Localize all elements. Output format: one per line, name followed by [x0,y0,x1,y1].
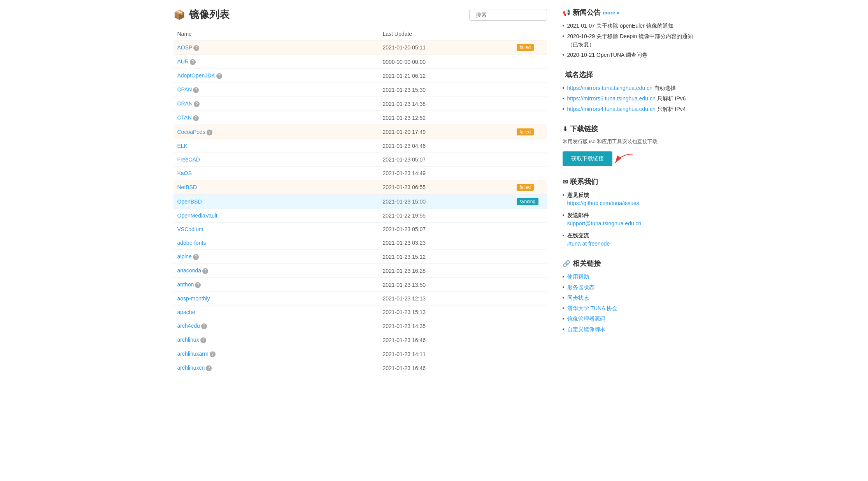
mirror-link[interactable]: NetBSD [177,184,197,190]
mirror-status-cell [510,250,547,264]
mirror-link[interactable]: AOSP [177,44,193,51]
mirror-link[interactable]: AdoptOpenJDK [177,72,215,79]
mirror-status-cell [510,278,547,292]
news-more-link[interactable]: more » [603,10,620,16]
sidebar: 📢 新闻公告 more » 2021-01-07 关于移除 openEuler … [563,8,695,375]
col-name-header: Name [174,28,379,40]
mirror-status-cell [510,209,547,223]
related-link[interactable]: 镜像管理器源码 [567,316,605,322]
mirror-last-update: 2021-01-23 15:13 [379,305,510,319]
mirror-last-update: 2021-01-23 12:52 [379,111,510,125]
col-update-header: Last Update [379,28,510,40]
help-icon[interactable]: ? [202,268,208,274]
table-row: OpenMediaVault2021-01-22 19:55 [174,209,547,223]
mirror-link[interactable]: CPAN [177,86,192,93]
related-list: 使用帮助服务器状态同步状态清华大学 TUNA 协会镜像管理器源码自定义镜像脚本 [563,273,695,334]
contact-item: 在线交流#tuna at freenode [563,232,695,248]
domain-link[interactable]: https://mirrors4.tuna.tsinghua.edu.cn [567,106,656,112]
mirror-status-cell [510,319,547,333]
domain-link[interactable]: https://mirrors6.tuna.tsinghua.edu.cn [567,95,656,102]
mirror-link[interactable]: FreeCAD [177,156,200,163]
mirror-link[interactable]: apache [177,309,195,315]
help-icon[interactable]: ? [207,130,212,135]
mirror-link[interactable]: VSCodium [177,226,203,232]
contact-list-item: 在线交流#tuna at freenode [563,232,695,248]
mirror-last-update: 2021-01-23 15:00 [379,195,510,209]
help-icon[interactable]: ? [210,351,216,357]
mirror-link[interactable]: KaOS [177,170,192,176]
domain-label: 只解析 IPv6 [656,95,686,102]
mirror-link[interactable]: archlinuxarm [177,351,209,357]
help-icon[interactable]: ? [193,115,199,121]
mirror-link[interactable]: adobe-fonts [177,240,206,246]
download-btn[interactable]: 获取下载链接 [563,151,612,166]
contact-label: 发送邮件 [567,212,589,218]
domain-item: https://mirrors6.tuna.tsinghua.edu.cn 只解… [563,95,695,103]
table-row: AOSP?2021-01-20 05:11failed [174,40,547,55]
contact-link[interactable]: #tuna at freenode [567,240,610,247]
help-icon[interactable]: ? [216,73,222,79]
table-row: CPAN?2021-01-23 15:30 [174,83,547,97]
download-icon: ⬇ [563,125,568,133]
mirror-name-cell: CRAN? [174,97,379,111]
mirror-name-cell: AUR? [174,55,379,69]
mirror-link[interactable]: anaconda [177,267,202,274]
table-row: ELK2021-01-23 04:46 [174,139,547,153]
cube-icon: 📦 [174,9,185,20]
domain-link[interactable]: https://mirrors.tuna.tsinghua.edu.cn [567,85,652,91]
mirror-status-cell [510,333,547,347]
help-icon[interactable]: ? [193,87,199,93]
mirror-link[interactable]: CTAN [177,114,192,121]
mirror-link[interactable]: archlinuxcn [177,365,205,371]
news-section: 📢 新闻公告 more » 2021-01-07 关于移除 openEuler … [563,8,695,59]
mirror-last-update: 2021-01-23 03:23 [379,236,510,250]
table-row: apache2021-01-23 15:13 [174,305,547,319]
mirror-status-cell [510,139,547,153]
mirror-last-update: 2021-01-23 05:07 [379,153,510,167]
mirror-link[interactable]: arch4edu [177,323,200,329]
help-icon[interactable]: ? [194,101,200,107]
help-icon[interactable]: ? [200,337,206,343]
related-title: 🔗 相关链接 [563,259,695,268]
mirror-link[interactable]: OpenBSD [177,198,202,205]
mirror-last-update: 2021-01-20 17:49 [379,125,510,139]
help-icon[interactable]: ? [193,45,199,51]
mirror-link[interactable]: anthon [177,281,194,288]
mirror-link[interactable]: OpenMediaVault [177,212,217,219]
contact-link[interactable]: https://github.com/tuna/issues [567,200,639,206]
mirror-link[interactable]: aosp-monthly [177,295,210,302]
help-icon[interactable]: ? [195,282,201,288]
table-row: anthon?2021-01-23 13:50 [174,278,547,292]
related-item: 同步状态 [563,294,695,302]
search-input[interactable] [469,9,547,21]
related-link[interactable]: 同步状态 [567,295,589,301]
title-area: 📦 镜像列表 [174,8,230,21]
help-icon[interactable]: ? [193,254,199,260]
help-icon[interactable]: ? [201,323,207,329]
mirror-name-cell: archlinuxcn? [174,361,379,375]
table-row: NetBSD2021-01-23 06:55failed [174,180,547,195]
mirror-last-update: 2021-01-23 13:50 [379,278,510,292]
related-item: 自定义镜像脚本 [563,325,695,334]
contact-link[interactable]: support@tuna.tsinghua.edu.cn [567,220,642,226]
mirror-link[interactable]: archlinux [177,337,199,343]
help-icon[interactable]: ? [190,59,196,65]
related-link[interactable]: 自定义镜像脚本 [567,326,605,332]
news-title: 📢 新闻公告 more » [563,8,695,17]
table-row: CTAN?2021-01-23 12:52 [174,111,547,125]
mirror-link[interactable]: CocoaPods [177,129,205,135]
mirror-name-cell: KaOS [174,167,379,180]
table-row: arch4edu?2021-01-23 14:35 [174,319,547,333]
table-row: archlinuxarm?2021-01-23 14:11 [174,347,547,361]
mirror-status-cell [510,223,547,236]
mirror-link[interactable]: AUR [177,58,189,65]
mirror-link[interactable]: CRAN [177,100,193,107]
mirror-link[interactable]: ELK [177,143,188,149]
related-link[interactable]: 服务器状态 [567,284,594,290]
mirror-link[interactable]: alpine [177,253,192,260]
mirror-table: Name Last Update AOSP?2021-01-20 05:11fa… [174,28,547,375]
related-link[interactable]: 使用帮助 [567,274,589,280]
help-icon[interactable]: ? [206,365,212,371]
related-item: 服务器状态 [563,283,695,291]
related-link[interactable]: 清华大学 TUNA 协会 [567,305,617,311]
